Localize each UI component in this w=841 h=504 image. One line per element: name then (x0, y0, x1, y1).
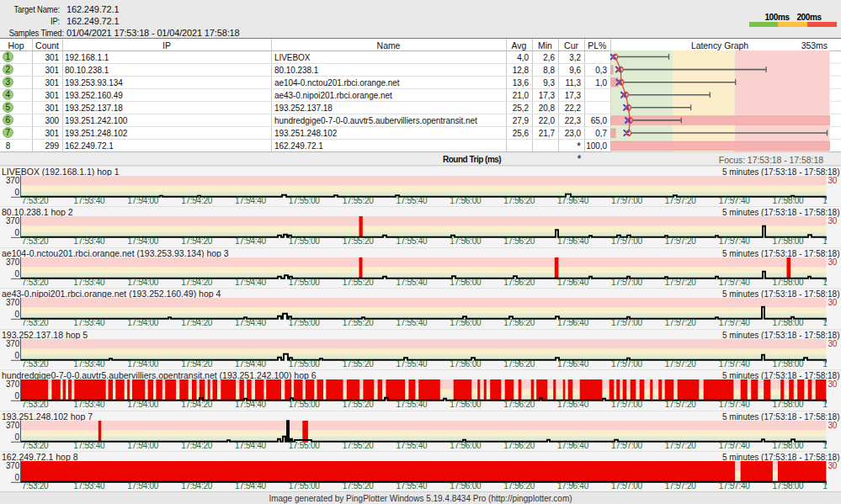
svg-text:1: 1 (822, 441, 828, 450)
svg-text:17:54:20: 17:54:20 (181, 278, 213, 287)
svg-text:17:55:40: 17:55:40 (396, 482, 428, 491)
svg-text:7:53:20: 7:53:20 (22, 196, 49, 205)
svg-text:17:58:00: 17:58:00 (772, 441, 804, 450)
svg-text:17:56:40: 17:56:40 (557, 196, 589, 205)
svg-text:17:54:20: 17:54:20 (181, 359, 213, 369)
svg-text:17:57:20: 17:57:20 (665, 441, 697, 450)
svg-text:370: 370 (6, 257, 20, 267)
svg-text:0: 0 (14, 474, 19, 483)
svg-text:17:53:40: 17:53:40 (73, 401, 105, 410)
svg-text:17:53:40: 17:53:40 (73, 482, 105, 491)
svg-text:17:58:00: 17:58:00 (772, 319, 804, 328)
svg-text:0: 0 (14, 392, 19, 401)
svg-text:17:56:00: 17:56:00 (450, 319, 482, 328)
svg-text:17:55:00: 17:55:00 (289, 278, 321, 287)
svg-text:17:56:00: 17:56:00 (450, 278, 482, 287)
svg-text:7:53:20: 7:53:20 (22, 359, 49, 369)
svg-text:30: 30 (828, 421, 838, 430)
svg-text:5 minutes (17:53:18 - 17:58:18: 5 minutes (17:53:18 - 17:58:18) (722, 208, 840, 217)
svg-text:17:55:00: 17:55:00 (289, 359, 321, 369)
svg-text:17:57:20: 17:57:20 (665, 237, 697, 247)
svg-text:5 minutes (17:53:18 - 17:58:18: 5 minutes (17:53:18 - 17:58:18) (722, 249, 840, 258)
svg-text:17:54:40: 17:54:40 (235, 319, 267, 328)
svg-text:17:56:00: 17:56:00 (450, 401, 482, 410)
svg-text:ae43-0.nipoi201.rbci.orange.ne: ae43-0.nipoi201.rbci.orange.net (193.252… (2, 289, 221, 299)
svg-text:1: 1 (822, 278, 828, 287)
svg-text:17:55:20: 17:55:20 (343, 196, 375, 205)
svg-text:1: 1 (822, 359, 828, 369)
svg-text:17:54:20: 17:54:20 (181, 196, 213, 205)
svg-text:17:58:00: 17:58:00 (772, 237, 804, 247)
svg-text:17:54:40: 17:54:40 (235, 401, 267, 410)
svg-text:17:56:20: 17:56:20 (503, 196, 535, 205)
svg-text:17:54:40: 17:54:40 (235, 441, 267, 450)
svg-text:17:57:40: 17:57:40 (719, 278, 751, 287)
svg-text:17:55:20: 17:55:20 (343, 319, 375, 328)
svg-text:1: 1 (822, 482, 828, 491)
svg-text:0: 0 (14, 188, 19, 197)
svg-text:17:57:00: 17:57:00 (611, 482, 643, 491)
svg-text:17:55:40: 17:55:40 (396, 359, 428, 369)
svg-text:17:55:40: 17:55:40 (396, 441, 428, 450)
svg-text:5 minutes (17:53:18 - 17:58:18: 5 minutes (17:53:18 - 17:58:18) (722, 289, 840, 299)
svg-text:17:55:40: 17:55:40 (396, 237, 428, 247)
svg-text:30: 30 (828, 257, 838, 267)
svg-text:5 minutes (17:53:18 - 17:58:18: 5 minutes (17:53:18 - 17:58:18) (722, 412, 840, 422)
svg-text:370: 370 (6, 461, 20, 470)
svg-text:17:57:40: 17:57:40 (719, 482, 751, 491)
svg-text:17:55:40: 17:55:40 (396, 319, 428, 328)
svg-text:30: 30 (828, 299, 838, 308)
svg-text:17:55:20: 17:55:20 (343, 441, 375, 450)
svg-text:370: 370 (6, 379, 20, 389)
svg-text:30: 30 (828, 176, 838, 185)
svg-text:5 minutes (17:53:18 - 17:58:18: 5 minutes (17:53:18 - 17:58:18) (722, 453, 840, 462)
svg-text:17:57:20: 17:57:20 (665, 482, 697, 491)
svg-text:7:53:20: 7:53:20 (22, 319, 49, 328)
svg-text:17:57:00: 17:57:00 (611, 441, 643, 450)
svg-text:17:56:40: 17:56:40 (557, 482, 589, 491)
svg-text:17:54:00: 17:54:00 (127, 359, 159, 369)
svg-text:17:56:40: 17:56:40 (557, 359, 589, 369)
svg-text:17:56:40: 17:56:40 (557, 441, 589, 450)
svg-text:17:53:40: 17:53:40 (73, 359, 105, 369)
svg-text:LIVEBOX (192.168.1.1) hop 1: LIVEBOX (192.168.1.1) hop 1 (2, 167, 120, 177)
svg-text:17:57:00: 17:57:00 (611, 319, 643, 328)
svg-text:17:58:00: 17:58:00 (772, 359, 804, 369)
svg-text:17:56:40: 17:56:40 (557, 319, 589, 328)
svg-text:17:57:00: 17:57:00 (611, 401, 643, 410)
svg-text:7:53:20: 7:53:20 (22, 482, 49, 491)
svg-text:17:54:00: 17:54:00 (127, 401, 159, 410)
svg-text:1: 1 (822, 401, 828, 410)
svg-text:17:56:00: 17:56:00 (450, 359, 482, 369)
svg-text:0: 0 (14, 310, 19, 320)
svg-text:80.10.238.1 hop 2: 80.10.238.1 hop 2 (2, 207, 73, 217)
svg-text:17:54:20: 17:54:20 (181, 319, 213, 328)
svg-text:17:57:20: 17:57:20 (665, 319, 697, 328)
svg-text:17:56:40: 17:56:40 (557, 278, 589, 287)
svg-text:17:57:00: 17:57:00 (611, 359, 643, 369)
svg-text:5 minutes (17:53:18 - 17:58:18: 5 minutes (17:53:18 - 17:58:18) (722, 167, 840, 177)
svg-text:17:56:20: 17:56:20 (503, 401, 535, 410)
svg-text:193.252.137.18 hop 5: 193.252.137.18 hop 5 (2, 330, 88, 340)
svg-text:17:55:00: 17:55:00 (289, 441, 321, 450)
svg-text:0: 0 (14, 229, 19, 238)
svg-text:17:58:00: 17:58:00 (772, 482, 804, 491)
svg-text:17:56:20: 17:56:20 (503, 319, 535, 328)
svg-text:370: 370 (6, 421, 20, 430)
svg-text:17:57:00: 17:57:00 (611, 278, 643, 287)
svg-text:17:53:40: 17:53:40 (73, 441, 105, 450)
svg-text:17:57:40: 17:57:40 (719, 441, 751, 450)
svg-text:17:57:20: 17:57:20 (665, 359, 697, 369)
svg-text:17:54:40: 17:54:40 (235, 237, 267, 247)
svg-text:7:53:20: 7:53:20 (22, 441, 49, 450)
svg-text:ae104-0.nctou201.rbci.orange.n: ae104-0.nctou201.rbci.orange.net (193.25… (2, 248, 229, 258)
svg-text:5 minutes (17:53:18 - 17:58:18: 5 minutes (17:53:18 - 17:58:18) (722, 331, 840, 340)
svg-text:17:54:20: 17:54:20 (181, 441, 213, 450)
svg-text:17:54:00: 17:54:00 (127, 237, 159, 247)
svg-text:17:58:00: 17:58:00 (772, 401, 804, 410)
svg-text:17:56:00: 17:56:00 (450, 237, 482, 247)
svg-text:17:55:40: 17:55:40 (396, 278, 428, 287)
svg-text:17:57:00: 17:57:00 (611, 237, 643, 247)
svg-text:17:55:20: 17:55:20 (343, 482, 375, 491)
svg-text:17:54:40: 17:54:40 (235, 278, 267, 287)
